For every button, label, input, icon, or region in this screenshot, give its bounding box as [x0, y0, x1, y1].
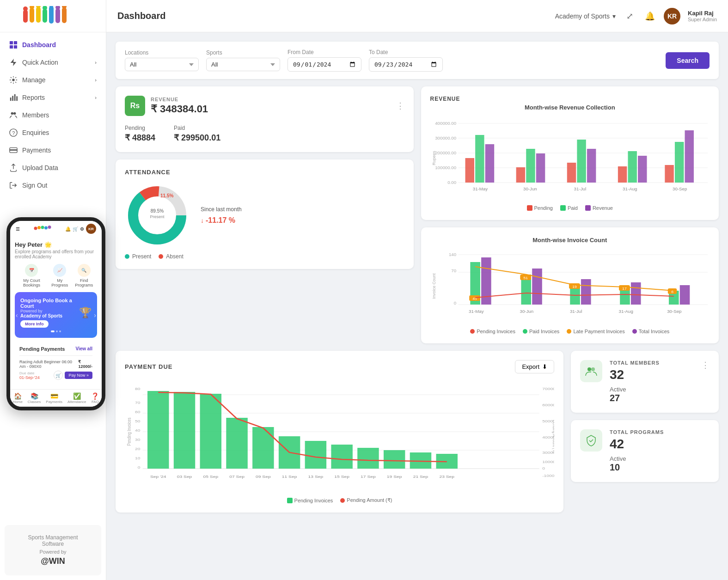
since-last-label: Since last month [201, 206, 242, 213]
mobile-bottom-nav: 🏠 Home 📚 Classes 💳 Payments ✅ Attendance… [10, 389, 102, 407]
pending-item-name: Racing Adult Beginner 06:00 Am - 090X0 [19, 360, 78, 369]
svg-rect-73 [481, 257, 491, 305]
mobile-nav-payments[interactable]: 💳 Payments [46, 392, 62, 404]
svg-text:31-Jul: 31-Jul [574, 187, 586, 191]
org-selector[interactable]: Academy of Sports ▾ [555, 12, 616, 20]
svg-point-24 [13, 112, 16, 115]
svg-text:6: 6 [671, 289, 673, 294]
sidebar-item-label: Enquiries [22, 129, 49, 136]
promo-next-icon[interactable]: › [94, 311, 96, 319]
pending-amount: ₹ 48884 [125, 133, 155, 143]
sidebar-item-dashboard[interactable]: Dashboard [0, 36, 106, 54]
invoice-chart-legend: Pending Invoices Paid Invoices Late Paym… [430, 329, 710, 334]
sidebar-item-reports[interactable]: Reports › [0, 89, 106, 106]
sidebar-item-quick-action[interactable]: Quick Action › [0, 54, 106, 71]
mobile-frame: ☰ 🔔 🛒 ⚙ KR Hey Peter 🌟 Explore progr [6, 217, 105, 410]
mobile-greeting: Hey Peter 🌟 [15, 241, 97, 248]
absent-dot [159, 254, 163, 259]
search-button[interactable]: Search [666, 52, 710, 69]
download-icon: ⬇ [542, 363, 547, 370]
change-row: ↓ -11.17 % [201, 216, 242, 225]
payment-due-chart-wrapper: 80 70 60 50 40 30 20 10 0 Pending Invoic… [125, 381, 554, 494]
svg-text:07 Sep: 07 Sep [229, 475, 245, 479]
sidebar-item-upload-data[interactable]: Upload Data [0, 159, 106, 177]
attendance-card: ATTENDANCE 89.5% Present [116, 159, 414, 269]
svg-point-145 [587, 367, 591, 371]
chevron-right-icon: › [95, 60, 97, 65]
mobile-pending-item: Racing Adult Beginner 06:00 Am - 090X0 ₹… [19, 355, 92, 380]
pay-now-button[interactable]: Pay Now » [65, 372, 92, 379]
revenue-pending: Pending ₹ 48884 [125, 123, 155, 143]
cart-icon[interactable]: 🛒 [54, 371, 63, 380]
revenue-chart-wrapper: 400000.00 300000.00 200000.00 100000.00 … [430, 116, 710, 201]
svg-point-148 [37, 226, 41, 229]
svg-text:31-May: 31-May [469, 309, 484, 314]
svg-point-150 [44, 226, 48, 230]
due-date: 01-Sep-'24 [19, 375, 40, 380]
attendance-body: 89.5% Present 11.5% Since last month ↓ -… [125, 183, 404, 248]
from-date-filter: From Date [288, 49, 361, 72]
mobile-nav-classes[interactable]: 📚 Classes [28, 392, 41, 404]
svg-point-151 [48, 226, 51, 229]
nav-home-label: Home [13, 400, 23, 404]
mobile-pending-payments: Pending Payments View all Racing Adult B… [15, 342, 97, 385]
svg-rect-54 [618, 166, 626, 183]
notification-icon[interactable]: 🔔 [643, 10, 656, 23]
mobile-nav-faq[interactable]: ❓ FAQ [91, 392, 99, 404]
revenue-icon: Rs [125, 96, 145, 116]
sidebar-item-sign-out[interactable]: Sign Out [0, 177, 106, 194]
sports-select[interactable]: All [206, 58, 280, 71]
legend-pending-invoices-bar: Pending Invoices [287, 497, 333, 503]
legend-total-invoices: Total Invoices [632, 329, 670, 334]
mobile-action-progress[interactable]: 📈 My Progress [49, 264, 71, 287]
pending-label: Pending [125, 125, 145, 131]
sidebar-item-payments[interactable]: Payments [0, 141, 106, 159]
revenue-menu-button[interactable]: ⋮ [396, 101, 404, 111]
svg-point-7 [23, 6, 28, 11]
revenue-label: REVENUE [151, 97, 396, 102]
svg-text:05 Sep: 05 Sep [203, 475, 218, 479]
svg-text:30-Sep: 30-Sep [673, 187, 687, 191]
promo-more-info-button[interactable]: More Info [20, 320, 49, 328]
progress-label: My Progress [49, 278, 71, 287]
svg-text:700000: 700000 [542, 387, 554, 391]
view-all-link[interactable]: View all [75, 346, 92, 352]
svg-rect-0 [23, 10, 28, 23]
expand-icon[interactable]: ⤢ [623, 10, 636, 23]
svg-text:21 Sep: 21 Sep [413, 475, 428, 479]
late-payment-circle-icon [567, 329, 571, 334]
legend-present: Present [125, 253, 151, 260]
chevron-right-icon: › [95, 77, 97, 83]
sidebar-footer: Sports Management Software Powered by @W… [5, 525, 101, 575]
sidebar-item-label: Dashboard [22, 41, 56, 49]
mobile-nav-home[interactable]: 🏠 Home [13, 392, 23, 404]
mobile-action-bookings[interactable]: 📅 My Court Bookings [15, 264, 49, 287]
svg-text:-100000: -100000 [542, 474, 554, 478]
footer-brand: @WIN [14, 556, 92, 566]
svg-rect-20 [12, 96, 13, 101]
svg-text:0.00: 0.00 [447, 180, 456, 185]
mobile-sub: Explore programs and offers from your en… [15, 249, 97, 259]
main-area: Dashboard Academy of Sports ▾ ⤢ 🔔 KR Kap… [106, 0, 728, 580]
pending-amount: ₹ 12000/- [78, 360, 92, 369]
mobile-action-programs[interactable]: 🔍 Find Programs [71, 264, 97, 287]
mobile-nav-attendance[interactable]: ✅ Attendance [67, 392, 86, 404]
members-menu-button[interactable]: ⋮ [701, 360, 710, 370]
sidebar-item-enquiries[interactable]: ? Enquiries [0, 124, 106, 141]
stats-column: TOTAL MEMBERS 32 Active 27 ⋮ [571, 351, 719, 513]
locations-select[interactable]: All [125, 58, 199, 71]
pending-sq-icon [527, 205, 532, 211]
sidebar-item-members[interactable]: Members [0, 106, 106, 124]
promo-prev-icon[interactable]: ‹ [16, 311, 18, 319]
members-label: TOTAL MEMBERS [610, 360, 694, 366]
left-column: Rs REVENUE ₹ 348384.01 ⋮ Pending ₹ 48884 [116, 86, 414, 343]
from-date-input[interactable] [288, 57, 361, 72]
sidebar-item-manage[interactable]: Manage › [0, 71, 106, 89]
svg-text:30-Sep: 30-Sep [667, 309, 681, 314]
svg-rect-128 [331, 445, 352, 469]
payment-due-title: PAYMENT DUE [125, 363, 172, 370]
svg-text:Pending Invoices: Pending Invoices [127, 417, 132, 446]
to-date-input[interactable] [369, 57, 443, 72]
export-button[interactable]: Export ⬇ [515, 360, 554, 373]
present-dot [125, 254, 129, 259]
